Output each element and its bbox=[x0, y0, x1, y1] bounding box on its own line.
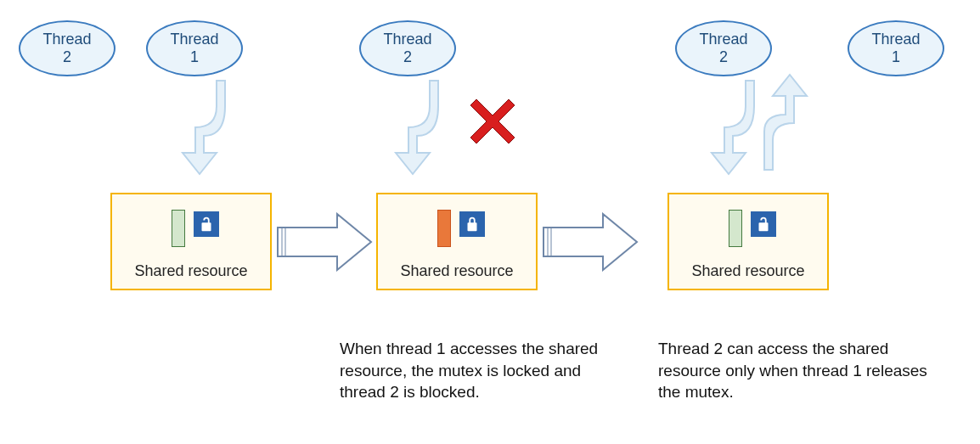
caption-step3: Thread 2 can access the shared resource … bbox=[658, 338, 947, 403]
unlock-icon bbox=[194, 211, 219, 237]
blocked-x-icon bbox=[470, 98, 516, 144]
thread-2-oval-step1: Thread2 bbox=[19, 20, 115, 76]
lock-icon bbox=[459, 211, 485, 237]
thread-label: Thread1 bbox=[871, 31, 920, 65]
thread-2-oval-step3: Thread2 bbox=[675, 20, 772, 76]
shared-resource-box-step1: Shared resource bbox=[110, 193, 272, 290]
resource-label: Shared resource bbox=[378, 262, 536, 280]
arrow-thread1-to-resource-step1 bbox=[166, 76, 242, 178]
caption-step2: When thread 1 accesses the shared resour… bbox=[340, 338, 611, 403]
unlock-icon bbox=[751, 211, 776, 237]
arrow-thread1-exit-step3 bbox=[747, 72, 824, 174]
resource-label: Shared resource bbox=[112, 262, 270, 280]
thread-label: Thread2 bbox=[699, 31, 747, 65]
thread-1-oval-step1: Thread1 bbox=[146, 20, 243, 76]
resource-slot-locked bbox=[437, 210, 451, 247]
resource-slot-empty bbox=[172, 210, 185, 247]
resource-slot-empty bbox=[729, 210, 742, 247]
transition-arrow-2-3 bbox=[539, 212, 641, 272]
thread-1-oval-step3: Thread1 bbox=[848, 20, 944, 76]
arrow-thread2-to-resource-step2 bbox=[379, 76, 455, 178]
thread-label: Thread1 bbox=[170, 31, 218, 65]
shared-resource-box-step2: Shared resource bbox=[376, 193, 538, 290]
resource-label: Shared resource bbox=[669, 262, 827, 280]
thread-label: Thread2 bbox=[383, 31, 431, 65]
transition-arrow-1-2 bbox=[273, 212, 375, 272]
thread-label: Thread2 bbox=[42, 31, 91, 65]
shared-resource-box-step3: Shared resource bbox=[667, 193, 829, 290]
thread-2-oval-step2: Thread2 bbox=[359, 20, 456, 76]
